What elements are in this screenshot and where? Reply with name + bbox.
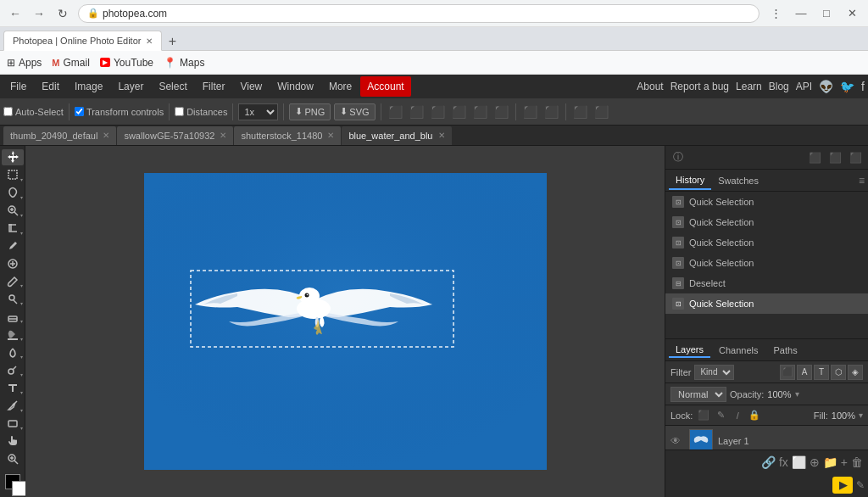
photopea-promo-button[interactable]: ▶ — [832, 477, 853, 494]
align-left-icon[interactable]: ⬛ — [387, 103, 404, 120]
marquee-tool[interactable]: ▾ — [2, 167, 24, 183]
history-item-1[interactable]: ⊡ Quick Selection — [665, 192, 868, 212]
blend-mode-select[interactable]: Normal — [670, 387, 726, 402]
heal-tool[interactable] — [2, 256, 24, 272]
3d-icon[interactable]: ⬛ — [593, 103, 610, 120]
history-tab[interactable]: History — [669, 171, 711, 190]
channels-tab[interactable]: Channels — [712, 343, 765, 357]
align-top-icon[interactable]: ⬛ — [450, 103, 468, 120]
background-color[interactable] — [12, 481, 27, 496]
align-right-icon[interactable]: ⬛ — [429, 103, 447, 120]
browser-minimize-button[interactable]: — — [792, 4, 810, 23]
move-tool[interactable] — [2, 149, 24, 165]
menu-blog[interactable]: Blog — [769, 81, 789, 92]
opacity-arrow-icon[interactable]: ▾ — [795, 389, 799, 399]
new-tab-button[interactable]: + — [164, 33, 181, 50]
menu-edit[interactable]: Edit — [35, 76, 66, 97]
swatches-tab[interactable]: Swatches — [711, 171, 765, 190]
menu-file[interactable]: File — [3, 76, 33, 97]
align-middle-icon[interactable]: ⬛ — [471, 103, 489, 120]
export-png-button[interactable]: ⬇ PNG — [289, 103, 331, 120]
crop-tool[interactable]: ▾ — [2, 221, 24, 237]
filter-text-icon[interactable]: T — [814, 365, 829, 380]
filter-pixel-icon[interactable]: ⬛ — [780, 365, 795, 380]
twitter-icon[interactable]: 🐦 — [840, 80, 854, 93]
browser-close-button[interactable]: ✕ — [843, 4, 861, 23]
fill-tool[interactable]: ▾ — [2, 327, 24, 343]
align-center-icon[interactable]: ⬛ — [408, 103, 426, 120]
new-layer-button[interactable]: + — [841, 455, 848, 469]
doc-tab-1[interactable]: thumb_20490_defaul ✕ — [3, 126, 116, 145]
facebook-icon[interactable]: f — [861, 80, 865, 93]
menu-filter[interactable]: Filter — [196, 76, 232, 97]
doc-tab-2[interactable]: swallowGE-57a10932 ✕ — [117, 126, 233, 145]
menu-select[interactable]: Select — [152, 76, 193, 97]
history-item-4[interactable]: ⊡ Quick Selection — [665, 253, 868, 273]
distances-checkbox[interactable]: Distances — [175, 107, 227, 117]
panel-expand-icon[interactable]: ⬛ — [805, 148, 824, 167]
add-style-button[interactable]: fx — [779, 455, 788, 469]
align-bottom-icon[interactable]: ⬛ — [492, 103, 510, 120]
panel-scroll-icon[interactable]: ⬛ — [846, 148, 865, 167]
bookmark-maps[interactable]: 📍 Maps — [164, 57, 204, 69]
menu-view[interactable]: View — [233, 76, 269, 97]
doc-tab-1-close[interactable]: ✕ — [103, 131, 109, 140]
panel-info-icon[interactable]: ⓘ — [669, 148, 687, 167]
lock-pixels-icon[interactable]: ⬛ — [696, 408, 711, 423]
doc-tab-3-close[interactable]: ✕ — [327, 131, 334, 140]
menu-learn[interactable]: Learn — [736, 81, 762, 92]
auto-select-input[interactable] — [3, 107, 13, 116]
menu-api[interactable]: API — [796, 81, 812, 92]
panel-settings-icon[interactable]: ✎ — [856, 479, 865, 491]
doc-tab-4[interactable]: blue_water_and_blu ✕ — [342, 126, 451, 145]
brush-tool[interactable]: ▾ — [2, 273, 24, 289]
add-adjustment-button[interactable]: ⊕ — [810, 455, 820, 469]
shape-tool[interactable]: ▾ — [2, 416, 24, 432]
doc-tab-2-close[interactable]: ✕ — [220, 131, 226, 140]
history-item-5[interactable]: ⊡ Quick Selection — [665, 293, 868, 314]
filter-shape-icon[interactable]: ⬡ — [831, 365, 846, 380]
address-bar[interactable]: 🔒 photopea.com — [78, 4, 760, 23]
doc-tab-4-close[interactable]: ✕ — [438, 131, 445, 140]
transform-controls-checkbox[interactable]: Transform controls — [75, 107, 164, 117]
fill-arrow-icon[interactable]: ▾ — [859, 410, 863, 420]
bookmark-youtube[interactable]: ▶ YouTube — [100, 57, 153, 69]
layer-item-1[interactable]: 👁 Layer 1 — [665, 426, 868, 450]
browser-tab[interactable]: Photopea | Online Photo Editor ✕ — [3, 31, 162, 51]
new-group-button[interactable]: 📁 — [823, 455, 837, 469]
filter-smart-icon[interactable]: ◈ — [848, 365, 863, 380]
history-item-deselect[interactable]: ⊟ Deselect — [665, 273, 868, 293]
distances-input[interactable] — [175, 107, 184, 116]
bookmark-apps[interactable]: ⊞ Apps — [7, 57, 42, 69]
history-item-2[interactable]: ⊡ Quick Selection — [665, 212, 868, 232]
forward-button[interactable]: → — [31, 5, 47, 22]
layer-1-visibility-icon[interactable]: 👁 — [670, 435, 684, 447]
export-svg-button[interactable]: ⬇ SVG — [334, 103, 375, 120]
lasso-tool[interactable]: ▾ — [2, 185, 24, 201]
hand-tool[interactable] — [2, 433, 24, 450]
reload-button[interactable]: ↻ — [54, 5, 71, 22]
add-mask-button[interactable]: ⬜ — [792, 455, 806, 469]
bookmark-gmail[interactable]: M Gmail — [52, 57, 90, 69]
browser-tab-close[interactable]: ✕ — [146, 36, 153, 46]
menu-more[interactable]: More — [322, 76, 359, 97]
kind-select[interactable]: Kind — [694, 365, 734, 380]
back-button[interactable]: ← — [7, 5, 24, 22]
auto-select-checkbox[interactable]: Auto-Select — [3, 107, 64, 117]
menu-about[interactable]: About — [637, 81, 663, 92]
layers-list[interactable]: 👁 Layer 1 👁 — [665, 426, 868, 450]
history-item-3[interactable]: ⊡ Quick Selection — [665, 232, 868, 253]
history-list[interactable]: ⊡ Quick Selection ⊡ Quick Selection ⊡ Qu… — [665, 192, 868, 338]
dodge-tool[interactable]: ▾ — [2, 362, 24, 378]
paths-tab[interactable]: Paths — [767, 343, 804, 357]
doc-tab-3[interactable]: shutterstock_11480 ✕ — [234, 126, 341, 145]
layers-tab[interactable]: Layers — [669, 343, 710, 358]
link-icon[interactable]: ⬛ — [571, 103, 589, 120]
pen-tool[interactable]: ▾ — [2, 398, 24, 414]
eyedropper-tool[interactable] — [2, 238, 24, 254]
menu-image[interactable]: Image — [68, 76, 109, 97]
link-layers-button[interactable]: 🔗 — [761, 455, 776, 469]
transform-controls-input[interactable] — [75, 107, 84, 116]
reddit-icon[interactable]: 👽 — [819, 80, 833, 93]
delete-layer-button[interactable]: 🗑 — [851, 455, 863, 469]
